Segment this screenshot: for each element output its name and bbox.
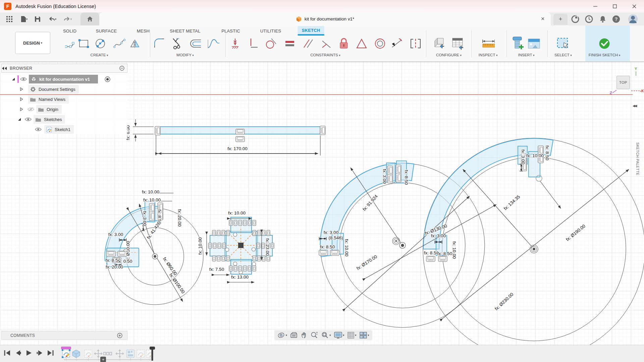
dimension-label[interactable]: fx: 170.00 xyxy=(227,146,247,151)
inspect-group-label[interactable]: INSPECT xyxy=(479,53,498,57)
expand-triangle-icon[interactable] xyxy=(10,76,17,82)
offset-tool-icon[interactable] xyxy=(189,36,203,51)
trim-tool-icon[interactable] xyxy=(171,36,184,51)
timeline-position-badge[interactable]: + xyxy=(100,357,106,362)
activate-radio-icon[interactable] xyxy=(104,76,111,82)
browser-row-sketches[interactable]: Sketches xyxy=(1,114,127,124)
new-tab-button[interactable]: + xyxy=(553,14,568,25)
spline-tool-icon[interactable] xyxy=(113,36,126,51)
dimension-label[interactable]: fx: Ø100.00 xyxy=(168,273,186,295)
dimension-label[interactable]: fx: 10.00 xyxy=(344,239,349,256)
document-tab-close-icon[interactable]: ✕ xyxy=(539,15,546,22)
select-group-label[interactable]: SELECT xyxy=(554,53,572,57)
finish-sketch-button[interactable] xyxy=(598,36,611,51)
timeline-feature-move-2[interactable] xyxy=(115,349,124,358)
expand-palette-icon[interactable]: ◀◀ xyxy=(633,104,636,108)
timeline-feature-layout[interactable] xyxy=(126,349,135,358)
fix-lock-constraint-icon[interactable] xyxy=(337,36,351,51)
display-settings-icon[interactable]: ▾ xyxy=(334,332,344,339)
perpendicular-constraint-icon[interactable] xyxy=(320,36,333,51)
ribbon-tab-utilities[interactable]: UTILITIES xyxy=(256,26,285,36)
home-tab[interactable] xyxy=(80,12,99,25)
sketch-palette-tab[interactable]: SKETCH PALETTE xyxy=(634,142,641,179)
dimension-label[interactable]: fx: 10.00 xyxy=(452,241,457,259)
modify-group-label[interactable]: MODIFY xyxy=(176,53,194,57)
timeline-play-button[interactable] xyxy=(25,349,33,357)
tangent-constraint-icon[interactable] xyxy=(264,36,278,51)
browser-row-document-settings[interactable]: Document Settings xyxy=(1,84,127,94)
ribbon-tab-plastic[interactable]: PLASTIC xyxy=(217,26,244,36)
dimension-label[interactable]: (8.546) xyxy=(329,235,343,240)
coincident-constraint-icon[interactable] xyxy=(228,36,242,51)
dimension-label[interactable]: fx: 10.00 xyxy=(198,237,203,255)
dimension-label[interactable]: fx: Ø60.00 xyxy=(162,256,178,277)
dimension-label[interactable]: fx: 20.00 xyxy=(106,264,123,269)
modify-spline-tool-icon[interactable] xyxy=(207,36,220,51)
dimension-label[interactable]: fx: 134.35 xyxy=(503,194,521,211)
ribbon-tab-sheet-metal[interactable]: SHEET METAL xyxy=(166,26,204,36)
dimension-label[interactable]: fx: 23.00 xyxy=(265,238,270,256)
browser-item-label[interactable]: Named Views xyxy=(39,97,65,102)
app-grid-icon[interactable] xyxy=(5,14,14,24)
comments-bar[interactable]: COMMENTS xyxy=(1,331,127,340)
dimension-label[interactable]: fx: 7.50 xyxy=(209,267,224,272)
timeline-go-to-end-button[interactable] xyxy=(46,349,54,357)
viewports-icon[interactable]: ▾ xyxy=(360,332,369,339)
browser-item-label[interactable]: Sketch1 xyxy=(55,127,70,132)
avatar[interactable] xyxy=(628,14,636,22)
ribbon-tab-mesh[interactable]: MESH xyxy=(133,26,154,36)
visibility-off-eye-icon[interactable] xyxy=(28,106,34,113)
constraints-group-label[interactable]: CONSTRAINTS xyxy=(310,53,340,57)
dimension-label[interactable]: fx: 8.50 xyxy=(404,170,409,185)
add-comment-icon[interactable] xyxy=(117,333,122,338)
document-tab[interactable]: kit for documentation v1* ✕ xyxy=(99,12,551,25)
ribbon-tab-solid[interactable]: SOLID xyxy=(59,26,80,36)
dimension-label[interactable]: fx: 8.50 xyxy=(545,145,550,160)
timeline-step-forward-button[interactable] xyxy=(36,349,44,357)
insert-group-label[interactable]: INSERT xyxy=(518,53,535,57)
visibility-eye-icon[interactable] xyxy=(25,116,32,123)
configure-group-label[interactable]: CONFIGURE xyxy=(436,53,462,57)
extensions-icon[interactable] xyxy=(571,15,579,23)
zoom-window-icon[interactable]: ▾ xyxy=(321,331,331,339)
browser-header[interactable]: BROWSER xyxy=(1,64,127,73)
timeline-feature-sketch-2[interactable] xyxy=(136,349,145,358)
save-button[interactable] xyxy=(33,14,42,24)
browser-item-label[interactable]: Origin xyxy=(47,107,58,112)
line-tool-icon[interactable] xyxy=(64,36,77,51)
orbit-icon[interactable]: ▾ xyxy=(277,332,287,339)
panel-minus-icon[interactable] xyxy=(119,66,124,71)
dimension-label[interactable]: fx: 10.00 xyxy=(228,210,246,216)
browser-row-origin[interactable]: Origin xyxy=(1,104,127,114)
ribbon-tab-surface[interactable]: SURFACE xyxy=(92,26,121,36)
equal-constraint-icon[interactable] xyxy=(283,36,297,51)
expand-triangle-icon[interactable] xyxy=(16,116,23,123)
polygon-constraint-icon[interactable] xyxy=(355,36,368,51)
visibility-eye-icon[interactable] xyxy=(35,126,42,133)
browser-row-root[interactable]: kit for documentation v1 xyxy=(1,74,127,84)
insert-image-icon[interactable] xyxy=(527,36,541,51)
dimension-label[interactable]: fx: 13.00 xyxy=(231,275,249,280)
timeline-scrubber[interactable] xyxy=(149,347,156,362)
clock-icon[interactable] xyxy=(585,15,593,23)
browser-row-sketch1[interactable]: Sketch1 xyxy=(1,124,127,134)
dimension-label[interactable]: fx: 8.50 xyxy=(437,251,452,256)
visibility-eye-icon[interactable] xyxy=(20,76,27,82)
symmetry-constraint-icon[interactable] xyxy=(409,36,422,51)
grid-settings-icon[interactable]: ▾ xyxy=(347,332,357,339)
timeline-track[interactable] xyxy=(64,359,151,360)
dimension-label[interactable]: fx: 20.00 xyxy=(177,209,182,227)
select-tool-icon[interactable] xyxy=(556,36,570,51)
dimension-label[interactable]: fx: Ø170.00 xyxy=(356,254,378,271)
timeline-step-back-button[interactable] xyxy=(14,349,22,357)
redo-button[interactable]: ▾ xyxy=(61,14,74,24)
dimension-label[interactable]: fx: 3.00 xyxy=(382,169,387,184)
dimension-label[interactable]: fx: 3.00 xyxy=(108,232,123,237)
notifications-bell-icon[interactable] xyxy=(599,15,607,23)
browser-row-named-views[interactable]: Named Views xyxy=(1,94,127,104)
measure-tool-icon[interactable] xyxy=(481,36,495,51)
dimension-label[interactable]: fx: 41.426 xyxy=(146,221,161,240)
collapsed-triangle-icon[interactable] xyxy=(18,106,25,113)
midpoint-constraint-icon[interactable] xyxy=(390,36,404,51)
dimension-label[interactable]: fx: 8.50 xyxy=(424,250,439,255)
